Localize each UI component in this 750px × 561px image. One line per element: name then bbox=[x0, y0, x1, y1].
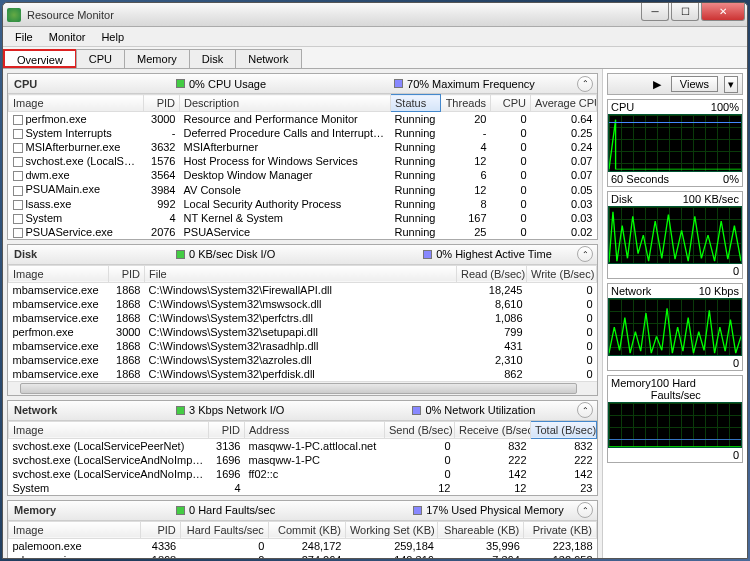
col-send[interactable]: Send (B/sec) bbox=[385, 421, 455, 438]
table-row[interactable]: perfmon.exe3000Resource and Performance … bbox=[9, 112, 597, 127]
disk-panel-header[interactable]: Disk 0 KB/sec Disk I/O 0% Highest Active… bbox=[8, 245, 597, 265]
views-button[interactable]: Views bbox=[671, 76, 718, 92]
table-row[interactable]: svchost.exe (LocalServiceNoNetwork)1576H… bbox=[9, 154, 597, 168]
mem-used-stat: 17% Used Physical Memory bbox=[426, 504, 564, 516]
col-desc[interactable]: Description bbox=[180, 95, 391, 112]
checkbox[interactable] bbox=[13, 157, 23, 167]
table-row[interactable]: System4NT Kernel & SystemRunning16700.03 bbox=[9, 211, 597, 225]
memory-panel-header[interactable]: Memory 0 Hard Faults/sec 17% Used Physic… bbox=[8, 501, 597, 521]
checkbox[interactable] bbox=[13, 228, 23, 238]
menu-file[interactable]: File bbox=[7, 29, 41, 45]
graph-max: 100% bbox=[711, 101, 739, 113]
checkbox[interactable] bbox=[13, 143, 23, 153]
table-row[interactable]: perfmon.exe3000C:\Windows\System32\setup… bbox=[9, 325, 597, 339]
col-image[interactable]: Image bbox=[9, 95, 144, 112]
col-pid[interactable]: PID bbox=[209, 421, 245, 438]
scrollbar[interactable] bbox=[8, 381, 597, 395]
disk-table: Image PID File Read (B/sec) Write (B/sec… bbox=[8, 265, 597, 381]
col-pid[interactable]: PID bbox=[144, 95, 180, 112]
table-row[interactable]: mbamservice.exe1868C:\Windows\System32\r… bbox=[9, 339, 597, 353]
table-row[interactable]: svchost.exe (LocalServiceAndNoImpersonat… bbox=[9, 467, 597, 481]
close-button[interactable]: ✕ bbox=[701, 3, 745, 21]
square-icon bbox=[176, 506, 185, 515]
disk-mini-graph: Disk100 KB/sec 0 bbox=[607, 191, 743, 279]
menu-help[interactable]: Help bbox=[93, 29, 132, 45]
col-threads[interactable]: Threads bbox=[441, 95, 491, 112]
tab-overview[interactable]: Overview bbox=[3, 49, 77, 68]
table-row[interactable]: lsass.exe992Local Security Authority Pro… bbox=[9, 197, 597, 211]
graph-label: Memory bbox=[611, 377, 651, 401]
table-row[interactable]: System Interrupts-Deferred Procedure Cal… bbox=[9, 126, 597, 140]
square-icon bbox=[423, 250, 432, 259]
net-io-stat: 3 Kbps Network I/O bbox=[189, 404, 284, 416]
table-row[interactable]: palemoon.exe43360248,172259,18435,996223… bbox=[9, 538, 597, 553]
minimize-button[interactable]: ─ bbox=[641, 3, 669, 21]
checkbox[interactable] bbox=[13, 186, 23, 196]
chevron-up-icon[interactable]: ⌃ bbox=[577, 402, 593, 418]
col-pid[interactable]: PID bbox=[141, 521, 181, 538]
chevron-up-icon[interactable]: ⌃ bbox=[577, 246, 593, 262]
table-row[interactable]: svchost.exe (LocalServiceAndNoImpersonat… bbox=[9, 453, 597, 467]
table-row[interactable]: svchost.exe (LocalServicePeerNet)3136mas… bbox=[9, 438, 597, 453]
cpu-table: Image PID Description Status Threads CPU… bbox=[8, 94, 597, 239]
col-file[interactable]: File bbox=[145, 265, 457, 282]
checkbox[interactable] bbox=[13, 214, 23, 224]
graph-min: 0 bbox=[733, 357, 739, 369]
table-row[interactable]: System4121223 bbox=[9, 481, 597, 495]
titlebar[interactable]: Resource Monitor ─ ☐ ✕ bbox=[3, 3, 747, 27]
col-priv[interactable]: Private (KB) bbox=[524, 521, 597, 538]
col-total[interactable]: Total (B/sec) bbox=[531, 421, 597, 438]
chevron-up-icon[interactable]: ⌃ bbox=[577, 502, 593, 518]
table-row[interactable]: MSIAfterburner.exe3632MSIAfterburnerRunn… bbox=[9, 140, 597, 154]
memory-panel: Memory 0 Hard Faults/sec 17% Used Physic… bbox=[7, 500, 598, 558]
tab-network[interactable]: Network bbox=[235, 49, 301, 68]
table-row[interactable]: dwm.exe3564Desktop Window ManagerRunning… bbox=[9, 168, 597, 182]
col-image[interactable]: Image bbox=[9, 265, 109, 282]
tab-disk[interactable]: Disk bbox=[189, 49, 236, 68]
col-write[interactable]: Write (B/sec) bbox=[527, 265, 597, 282]
maximize-button[interactable]: ☐ bbox=[671, 3, 699, 21]
table-row[interactable]: mbamservice.exe1868C:\Windows\System32\p… bbox=[9, 311, 597, 325]
table-row[interactable]: mbamservice.exe1868C:\Windows\System32\a… bbox=[9, 353, 597, 367]
table-row[interactable]: mbamservice.exe18680274,064140,3167,3641… bbox=[9, 553, 597, 558]
col-image[interactable]: Image bbox=[9, 521, 141, 538]
graph-min: 0% bbox=[723, 173, 739, 185]
col-avg[interactable]: Average CPU bbox=[531, 95, 597, 112]
cpu-panel-header[interactable]: CPU 0% CPU Usage 70% Maximum Frequency ⌃ bbox=[8, 74, 597, 94]
graph-xlabel: 60 Seconds bbox=[611, 173, 669, 185]
col-cpu[interactable]: CPU bbox=[491, 95, 531, 112]
chevron-up-icon[interactable]: ⌃ bbox=[577, 76, 593, 92]
checkbox[interactable] bbox=[13, 115, 23, 125]
col-recv[interactable]: Receive (B/sec) bbox=[455, 421, 531, 438]
table-row[interactable]: PSUAService.exe2076PSUAServiceRunning250… bbox=[9, 225, 597, 239]
tab-cpu[interactable]: CPU bbox=[76, 49, 125, 68]
col-share[interactable]: Shareable (KB) bbox=[438, 521, 524, 538]
checkbox[interactable] bbox=[13, 200, 23, 210]
col-read[interactable]: Read (B/sec) bbox=[457, 265, 527, 282]
graph-min: 0 bbox=[733, 265, 739, 277]
col-image[interactable]: Image bbox=[9, 421, 209, 438]
menubar: File Monitor Help bbox=[3, 27, 747, 47]
square-icon bbox=[394, 79, 403, 88]
views-dropdown[interactable]: ▾ bbox=[724, 76, 738, 93]
menu-monitor[interactable]: Monitor bbox=[41, 29, 94, 45]
table-row[interactable]: mbamservice.exe1868C:\Windows\System32\F… bbox=[9, 282, 597, 297]
col-addr[interactable]: Address bbox=[245, 421, 385, 438]
table-row[interactable]: mbamservice.exe1868C:\Windows\System32\m… bbox=[9, 297, 597, 311]
table-row[interactable]: PSUAMain.exe3984AV ConsoleRunning1200.05 bbox=[9, 182, 597, 196]
square-icon bbox=[413, 506, 422, 515]
col-pid[interactable]: PID bbox=[109, 265, 145, 282]
graph-label: CPU bbox=[611, 101, 634, 113]
col-ws[interactable]: Working Set (KB) bbox=[345, 521, 437, 538]
col-hf[interactable]: Hard Faults/sec bbox=[180, 521, 268, 538]
square-icon bbox=[176, 250, 185, 259]
chevron-right-icon[interactable]: ▶ bbox=[649, 78, 665, 91]
col-status[interactable]: Status bbox=[391, 95, 441, 112]
table-row[interactable]: mbamservice.exe1868C:\Windows\System32\p… bbox=[9, 367, 597, 381]
checkbox[interactable] bbox=[13, 129, 23, 139]
graph-label: Disk bbox=[611, 193, 632, 205]
col-commit[interactable]: Commit (KB) bbox=[268, 521, 345, 538]
tab-memory[interactable]: Memory bbox=[124, 49, 190, 68]
checkbox[interactable] bbox=[13, 171, 23, 181]
network-panel-header[interactable]: Network 3 Kbps Network I/O 0% Network Ut… bbox=[8, 401, 597, 421]
